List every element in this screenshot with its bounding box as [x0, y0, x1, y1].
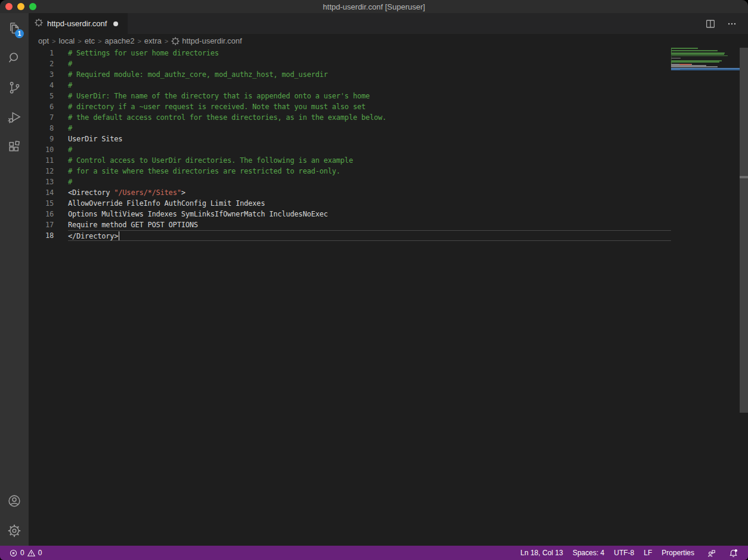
code-text: # Settings for user home directories [68, 48, 671, 58]
breadcrumb-item[interactable]: opt [38, 36, 49, 45]
code-line[interactable]: 3# Required module: mod_authz_core, mod_… [29, 69, 671, 80]
code-line[interactable]: 6# directory if a ~user request is recei… [29, 101, 671, 112]
feedback-button[interactable] [703, 549, 720, 558]
code-text: # [68, 80, 671, 91]
manage-button[interactable] [0, 516, 29, 546]
line-number: 9 [29, 134, 54, 144]
status-eol[interactable]: LF [639, 549, 657, 557]
status-cursor-position[interactable]: Ln 18, Col 13 [516, 549, 568, 557]
code-line[interactable]: 12# for a site where these directories a… [29, 166, 671, 177]
line-number: 14 [29, 187, 54, 198]
breadcrumb-item[interactable]: local [59, 36, 75, 45]
breadcrumb-item[interactable]: httpd-userdir.conf [171, 36, 242, 45]
status-indentation[interactable]: Spaces: 4 [568, 549, 609, 557]
run-debug-icon [7, 110, 22, 125]
code-text: <Directory "/Users/*/Sites"> [68, 187, 671, 198]
split-editor-button[interactable] [703, 16, 718, 32]
run-debug-button[interactable] [0, 103, 29, 132]
minimap-current-line-marker [671, 68, 740, 70]
minimap-lines [671, 48, 740, 70]
notifications-button[interactable] [725, 549, 742, 558]
tab-label: httpd-userdir.conf [47, 19, 107, 28]
breadcrumb-item[interactable]: extra [144, 36, 162, 45]
search-button[interactable] [0, 43, 29, 73]
code-line[interactable]: 2# [29, 58, 671, 69]
extensions-button[interactable] [0, 132, 29, 162]
line-number: 10 [29, 144, 54, 155]
notification-dot [735, 549, 737, 552]
code-line[interactable]: 7# the default access control for these … [29, 112, 671, 123]
code-text: # [68, 123, 671, 134]
line-number: 4 [29, 80, 54, 91]
errors-count: 0 [20, 549, 24, 557]
editor-scrollbar[interactable] [740, 48, 748, 546]
vscode-window: httpd-userdir.conf [Superuser] 1 [0, 0, 748, 560]
close-window-button[interactable] [5, 3, 13, 10]
code-line[interactable]: 17Require method GET POST OPTIONS [29, 219, 671, 230]
warnings-icon [27, 549, 35, 557]
feedback-icon [707, 549, 716, 558]
code-line[interactable]: 10# [29, 144, 671, 155]
line-number: 7 [29, 112, 54, 123]
code-line[interactable]: 14<Directory "/Users/*/Sites"> [29, 187, 671, 198]
line-number: 18 [29, 230, 54, 241]
line-number: 11 [29, 155, 54, 166]
code-line[interactable]: 8# [29, 123, 671, 134]
breadcrumb-label: local [59, 36, 75, 45]
code-text: AllowOverride FileInfo AuthConfig Limit … [68, 198, 671, 209]
more-actions-button[interactable] [724, 16, 740, 32]
code-line[interactable]: 18</Directory> [29, 230, 671, 241]
zoom-window-button[interactable] [29, 3, 36, 10]
explorer-badge: 1 [15, 29, 24, 38]
text-cursor [119, 231, 120, 240]
minimap[interactable] [671, 48, 740, 546]
code-line[interactable]: 13# [29, 177, 671, 187]
warnings-count: 0 [38, 549, 42, 557]
breadcrumb-separator-icon: > [136, 38, 142, 45]
split-editor-icon [705, 18, 716, 29]
line-number: 17 [29, 219, 54, 230]
more-actions-icon [727, 18, 737, 29]
gear-file-icon [35, 18, 43, 27]
code-text: # the default access control for these d… [68, 112, 671, 123]
code-line[interactable]: 11# Control access to UserDir directorie… [29, 155, 671, 166]
code-text: # UserDir: The name of the directory tha… [68, 91, 671, 101]
status-language-mode[interactable]: Properties [657, 549, 699, 557]
extensions-icon [7, 140, 22, 155]
line-number: 1 [29, 48, 54, 58]
line-number: 12 [29, 166, 54, 177]
code-line[interactable]: 9UserDir Sites [29, 134, 671, 144]
line-number: 6 [29, 101, 54, 112]
code-line[interactable]: 1# Settings for user home directories [29, 48, 671, 58]
code-text: # directory if a ~user request is receiv… [68, 101, 671, 112]
explorer-button[interactable]: 1 [0, 13, 29, 43]
status-encoding[interactable]: UTF-8 [609, 549, 639, 557]
code-line[interactable]: 4# [29, 80, 671, 91]
editor[interactable]: 1# Settings for user home directories2#3… [29, 48, 748, 546]
breadcrumb-item[interactable]: etc [85, 36, 95, 45]
source-control-button[interactable] [0, 73, 29, 103]
code-line[interactable]: 16Options MultiViews Indexes SymLinksIfO… [29, 209, 671, 219]
scrollbar-thumb[interactable] [740, 48, 748, 413]
line-number: 5 [29, 91, 54, 101]
line-number: 8 [29, 123, 54, 134]
activity-bar: 1 [0, 13, 29, 546]
gear-file-icon [171, 37, 180, 45]
line-number: 3 [29, 69, 54, 80]
window-title: httpd-userdir.conf [Superuser] [323, 2, 425, 11]
problems-status[interactable]: 0 0 [6, 546, 45, 560]
modified-indicator-dot[interactable] [113, 21, 118, 26]
line-number: 15 [29, 198, 54, 209]
breadcrumb-item[interactable]: apache2 [104, 36, 134, 45]
code-text: # Control access to UserDir directories.… [68, 155, 671, 166]
code-text: UserDir Sites [68, 134, 671, 144]
code-text: # for a site where these directories are… [68, 166, 671, 177]
breadcrumb-separator-icon: > [163, 38, 169, 45]
code-line[interactable]: 15AllowOverride FileInfo AuthConfig Limi… [29, 198, 671, 209]
tab-httpd-userdir[interactable]: httpd-userdir.conf [29, 13, 128, 34]
accounts-button[interactable] [0, 486, 29, 516]
code-line[interactable]: 5# UserDir: The name of the directory th… [29, 91, 671, 101]
minimize-window-button[interactable] [17, 3, 24, 10]
breadcrumb-separator-icon: > [51, 38, 57, 45]
code-text: # Required module: mod_authz_core, mod_a… [68, 69, 671, 80]
